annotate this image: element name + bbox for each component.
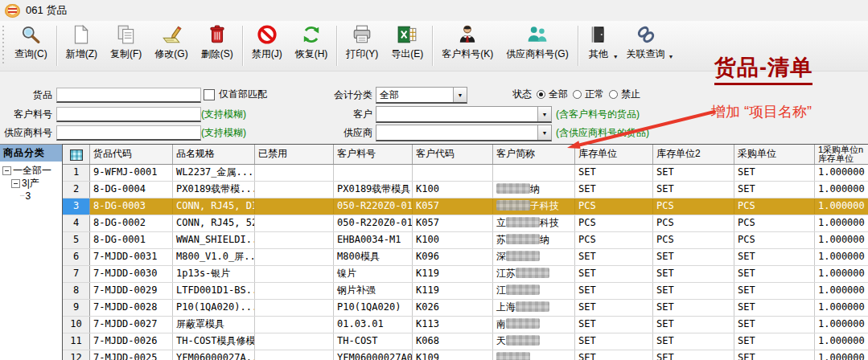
customer-part-input[interactable]	[56, 107, 201, 122]
cell-cust_code: K119	[413, 266, 493, 282]
search-icon	[19, 23, 42, 46]
cell-cust_short: 纳	[493, 182, 575, 198]
tree-collapse-icon[interactable]	[2, 166, 11, 175]
radio-icon[interactable]	[537, 90, 545, 99]
table-row[interactable]: 38-DG-0003CONN, RJ45, DI...050-R220Z0-01…	[63, 198, 868, 215]
chevron-down-icon[interactable]: ▼	[537, 107, 551, 121]
accounting-select[interactable]: 全部 ▼	[376, 87, 467, 104]
item-input[interactable]	[56, 88, 201, 103]
status-option-disabled[interactable]: 禁止	[609, 88, 640, 101]
cell-cust_short: 苏纳	[493, 232, 575, 248]
cell-code: 7-MJDD-0029	[90, 283, 173, 299]
tree-node[interactable]: 一全部一	[0, 164, 62, 177]
toolbar-disable-button[interactable]: 禁用(J)	[245, 21, 289, 71]
cell-cust_short: 深	[493, 249, 575, 265]
cell-ratio: 1.000000	[815, 317, 868, 333]
grid-column-header[interactable]: 库存单位	[575, 145, 653, 164]
dropdown-caret-icon[interactable]: ▼	[668, 54, 674, 59]
supplier-part-input[interactable]	[56, 125, 201, 141]
table-row[interactable]: 87-MJDD-0029LTFD001D1-BS...钢片补强K119江SETS…	[63, 283, 868, 300]
tree-node[interactable]: 3|产	[0, 177, 62, 190]
toolbar-export-button[interactable]: 导出(E)	[385, 21, 430, 71]
grid-column-header[interactable]: 货品代码	[90, 145, 173, 164]
grid-column-header[interactable]: 客户料号	[334, 145, 413, 164]
grid-column-header[interactable]: 客户简称	[493, 145, 575, 164]
grid-column-header[interactable]: 品名规格	[173, 145, 255, 164]
toolbar-other-button[interactable]: 其他	[581, 21, 616, 71]
cell-disabled	[255, 333, 334, 350]
table-row[interactable]: 67-MJDD-0031M800_V1.0_屏...M800模具K096深SET…	[63, 249, 868, 266]
toolbar-query-button[interactable]: 查询(C)	[8, 21, 54, 71]
cell-code: 8-DG-0004	[90, 182, 173, 198]
grid-column-header[interactable]: 已禁用	[255, 145, 334, 164]
cell-cust_code: K100	[413, 232, 493, 248]
cell-num: 10	[63, 317, 90, 333]
cell-unit2: SET	[653, 300, 734, 316]
cell-disabled	[255, 283, 334, 299]
cell-unit: SET	[575, 165, 653, 181]
first-match-checkbox[interactable]	[204, 89, 215, 100]
window-title: 061 货品	[26, 3, 67, 18]
cell-unit2: PCS	[653, 215, 734, 231]
chevron-down-icon[interactable]: ▼	[453, 88, 467, 102]
tree-node-label: 3	[25, 190, 31, 202]
chevron-down-icon[interactable]: ▼	[537, 125, 551, 140]
grid-column-header[interactable]: 客户代码	[413, 145, 493, 164]
toolbar-new-button[interactable]: 新增(Z)	[60, 21, 104, 71]
radio-icon[interactable]	[609, 90, 618, 99]
cell-name: TH-COST模具修模	[173, 333, 255, 350]
cell-unit2: SET	[653, 283, 734, 299]
cell-name: WL2237_金属...	[173, 165, 255, 181]
toolbar-edit-button[interactable]: 修改(G)	[148, 21, 194, 71]
toolbar-link-query-button[interactable]: 关联查询	[620, 21, 672, 71]
table-row[interactable]: 58-DG-0001WWAN_SHIELDI...EHBA0034-M1K100…	[63, 232, 868, 249]
table-row[interactable]: 107-MJDD-0027屏蔽罩模具01.03.01K113南SETSETSET…	[63, 317, 868, 333]
toolbar-grip[interactable]	[2, 26, 6, 66]
cell-name: 1p13s-银片	[173, 266, 255, 282]
cell-code: 7-MJDD-0025	[90, 350, 173, 360]
radio-icon[interactable]	[573, 90, 582, 99]
cell-cust_part: 050-R220Z0-012R	[334, 198, 413, 215]
censored-blur	[506, 318, 540, 329]
customer-select[interactable]: ▼	[376, 106, 552, 123]
status-option-label: 正常	[585, 88, 604, 101]
supplier-select[interactable]: ▼	[376, 125, 552, 141]
table-row[interactable]: 19-WFMJ-0001WL2237_金属...SETSETSET1.00000…	[63, 165, 868, 182]
table-row[interactable]: 48-DG-0002CONN, RJ45, 52...050-R220Z0-01…	[63, 215, 868, 232]
table-row[interactable]: 97-MJDD-0028P10(1QA020)...P10(1QA020)K02…	[63, 300, 868, 317]
cell-cust_part: M800模具	[334, 249, 413, 265]
table-row[interactable]: 117-MJDD-0026TH-COST模具修模TH-COSTK068天SETS…	[63, 333, 868, 350]
cell-num: 11	[63, 333, 90, 350]
cell-num: 4	[63, 215, 90, 231]
toolbar-edit-button-label: 修改(G)	[154, 47, 187, 61]
table-row[interactable]: 28-DG-0004PX0189载带模...PX0189载带模具K100纳SET…	[63, 182, 868, 198]
cell-unit2: SET	[653, 317, 734, 333]
supplier-icon	[526, 23, 549, 46]
cell-cust_part: 钢片补强	[334, 283, 413, 299]
table-row[interactable]: 127-MJDD-0025YFM06000027A...YFM06000027A…	[63, 350, 868, 360]
grid-column-header[interactable]: 库存单位2	[653, 145, 734, 164]
censored-blur	[496, 200, 530, 211]
customer-hint: (含客户料号的货品)	[556, 107, 640, 121]
supplier-hint: (含供应商料号的货品)	[556, 125, 649, 140]
tree-collapse-icon[interactable]	[11, 179, 20, 188]
table-row[interactable]: 77-MJDD-00301p13s-银片镍片K119江苏SETSETSET1.0…	[63, 266, 868, 283]
status-option-normal[interactable]: 正常	[573, 88, 604, 101]
toolbar-customer-part-button[interactable]: 客户料号(K)	[435, 21, 500, 71]
toolbar-print-button[interactable]: 打印(Y)	[339, 21, 385, 71]
toolbar-restore-button[interactable]: 恢复(H)	[289, 21, 335, 71]
grid-select-all-header[interactable]	[63, 145, 90, 164]
toolbar-delete-button[interactable]: 删除(S)	[195, 21, 240, 71]
cell-name: P10(1QA020)...	[173, 300, 255, 316]
tree-node[interactable]: ┈3	[0, 190, 62, 202]
grid-column-header[interactable]: 1采购单位n 库存单位	[815, 145, 868, 164]
grid-column-header[interactable]: 采购单位	[734, 145, 815, 164]
toolbar-supplier-part-button[interactable]: 供应商料号(G)	[500, 21, 574, 71]
grid-header-row: 货品代码品名规格已禁用客户料号客户代码客户简称库存单位库存单位2采购单位1采购单…	[63, 145, 868, 165]
cell-cust_part: P10(1QA020)	[334, 300, 413, 316]
status-option-all[interactable]: 全部	[537, 88, 568, 101]
cell-cust_short	[493, 165, 575, 181]
toolbar-copy-button[interactable]: 复制(F)	[104, 21, 148, 71]
dropdown-caret-icon[interactable]: ▼	[613, 54, 619, 59]
annotation-note: 增加 “项目名称”	[711, 102, 812, 121]
